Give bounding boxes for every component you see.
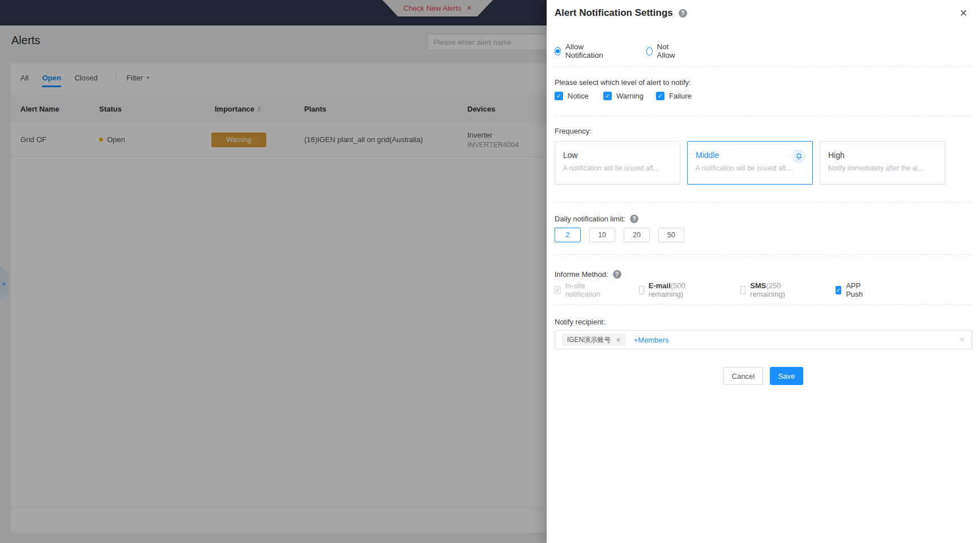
separator	[555, 254, 972, 255]
drawer-actions: Cancel Save	[547, 367, 980, 385]
limit-option-2[interactable]: 2	[555, 228, 581, 242]
checkbox-disabled-checked-icon: ✓	[555, 286, 561, 294]
app-window: Check New Alerts ✕ Alerts All Open Close…	[0, 0, 980, 543]
separator	[555, 66, 972, 67]
drawer-close-icon[interactable]: ✕	[960, 7, 968, 19]
radio-allow-notification[interactable]: Allow Notification	[555, 42, 606, 59]
separator	[555, 304, 972, 305]
checkbox-email[interactable]: E-mail(500 remaining)	[639, 281, 687, 298]
separator	[555, 202, 972, 203]
informe-method-section-label: Informe Method: ?	[555, 270, 621, 279]
informe-method-help-icon[interactable]: ?	[613, 270, 621, 279]
recipient-input[interactable]: IGEN演示账号 ✕ +Members ✕	[555, 330, 972, 349]
daily-limit-option-group: 2 10 20 50	[555, 228, 684, 242]
save-button[interactable]: Save	[770, 367, 803, 385]
limit-option-20[interactable]: 20	[624, 228, 650, 242]
frequency-card-group: Low A notification will be issued aft...…	[555, 141, 945, 185]
radio-not-allow[interactable]: Not Allow	[646, 42, 678, 59]
radio-unselected-icon	[646, 47, 653, 55]
add-members-link[interactable]: +Members	[634, 336, 669, 344]
radio-selected-icon	[555, 47, 561, 55]
alert-notification-settings-drawer: Alert Notification Settings ? ✕ Allow No…	[547, 0, 980, 543]
frequency-card-low[interactable]: Low A notification will be issued aft...	[555, 141, 680, 185]
cancel-button[interactable]: Cancel	[723, 367, 763, 385]
limit-option-50[interactable]: 50	[658, 228, 684, 242]
clear-recipients-icon[interactable]: ✕	[959, 336, 965, 344]
daily-limit-help-icon[interactable]: ?	[630, 215, 638, 223]
checkbox-checked-icon: ✓	[603, 92, 612, 100]
recipient-section-label: Notify recipient:	[555, 318, 606, 326]
checkbox-app-push[interactable]: ✓ APP Push	[836, 281, 866, 298]
checkbox-warning[interactable]: ✓ Warning	[603, 92, 644, 100]
frequency-card-high[interactable]: High Notify immediately after the al...	[820, 141, 945, 185]
checkbox-unchecked-icon	[639, 286, 644, 294]
checkbox-sms[interactable]: SMS(250 remaining)	[740, 281, 788, 298]
checkbox-checked-icon: ✓	[836, 286, 841, 294]
checkbox-in-site-notification: ✓ In-site notification	[555, 281, 603, 298]
level-section-label: Please select which level of alert to no…	[555, 78, 691, 87]
checkbox-unchecked-icon	[740, 286, 745, 294]
frequency-card-middle[interactable]: Middle A notification will be issued aft…	[687, 141, 813, 185]
drawer-title: Alert Notification Settings	[555, 7, 673, 19]
recipient-tag: IGEN演示账号 ✕	[562, 334, 626, 346]
separator	[555, 116, 972, 116]
checkbox-notice[interactable]: ✓ Notice	[555, 92, 589, 100]
title-help-icon[interactable]: ?	[679, 9, 687, 18]
daily-limit-section-label: Daily notification limit: ?	[555, 215, 638, 223]
checkbox-checked-icon: ✓	[555, 92, 563, 100]
limit-option-10[interactable]: 10	[589, 228, 615, 242]
checkbox-failure[interactable]: ✓ Failure	[656, 92, 692, 100]
frequency-section-label: Frequency:	[555, 127, 591, 135]
bell-icon	[792, 149, 806, 163]
tag-close-icon[interactable]: ✕	[616, 337, 620, 343]
drawer-header: Alert Notification Settings ?	[555, 7, 687, 19]
checkbox-checked-icon: ✓	[656, 92, 664, 100]
